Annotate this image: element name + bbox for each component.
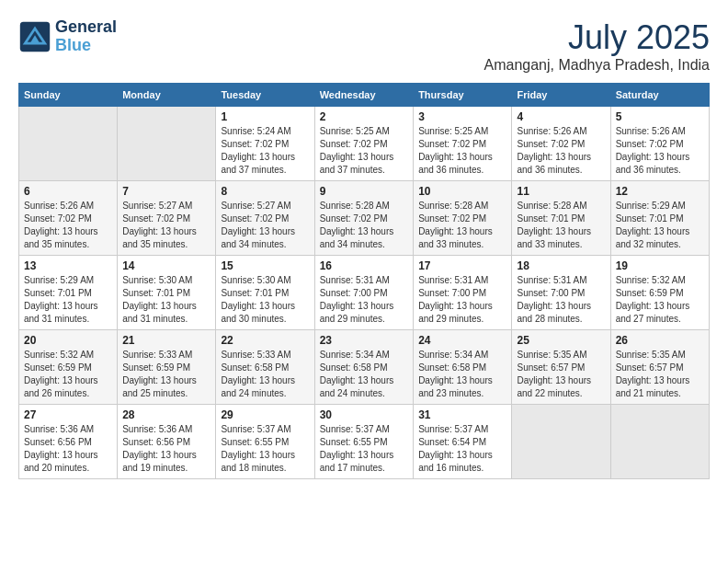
day-number: 21 — [122, 334, 210, 347]
day-info: Sunrise: 5:34 AMSunset: 6:58 PMDaylight:… — [418, 349, 506, 400]
day-info: Sunrise: 5:28 AMSunset: 7:02 PMDaylight:… — [320, 200, 408, 251]
day-number: 31 — [418, 408, 506, 421]
calendar-cell: 15Sunrise: 5:30 AMSunset: 7:01 PMDayligh… — [216, 256, 314, 330]
calendar-week-row: 20Sunrise: 5:32 AMSunset: 6:59 PMDayligh… — [19, 330, 710, 405]
day-number: 29 — [221, 408, 309, 421]
page-header: General Blue July 2025 Amanganj, Madhya … — [18, 18, 710, 74]
day-info: Sunrise: 5:37 AMSunset: 6:54 PMDaylight:… — [418, 423, 506, 475]
day-info: Sunrise: 5:26 AMSunset: 7:02 PMDaylight:… — [517, 125, 605, 177]
calendar-cell: 23Sunrise: 5:34 AMSunset: 6:58 PMDayligh… — [314, 330, 413, 405]
column-header-monday: Monday — [118, 84, 216, 107]
day-info: Sunrise: 5:37 AMSunset: 6:55 PMDaylight:… — [320, 423, 408, 475]
day-number: 30 — [320, 408, 408, 421]
day-number: 17 — [418, 259, 506, 272]
day-info: Sunrise: 5:28 AMSunset: 7:02 PMDaylight:… — [418, 200, 506, 251]
column-header-tuesday: Tuesday — [216, 84, 314, 107]
day-number: 20 — [24, 334, 112, 347]
day-info: Sunrise: 5:25 AMSunset: 7:02 PMDaylight:… — [418, 125, 506, 177]
calendar-table: SundayMondayTuesdayWednesdayThursdayFrid… — [18, 83, 710, 479]
day-number: 22 — [221, 334, 309, 347]
day-number: 11 — [517, 185, 605, 198]
calendar-cell: 11Sunrise: 5:28 AMSunset: 7:01 PMDayligh… — [512, 181, 610, 256]
logo: General Blue — [18, 18, 117, 55]
day-number: 26 — [616, 334, 704, 347]
logo-text: General Blue — [55, 18, 117, 55]
day-number: 8 — [221, 185, 309, 198]
day-info: Sunrise: 5:26 AMSunset: 7:02 PMDaylight:… — [616, 125, 704, 177]
day-number: 12 — [616, 185, 704, 198]
day-number: 23 — [320, 334, 408, 347]
calendar-cell: 19Sunrise: 5:32 AMSunset: 6:59 PMDayligh… — [610, 256, 709, 330]
day-info: Sunrise: 5:31 AMSunset: 7:00 PMDaylight:… — [517, 274, 605, 326]
calendar-cell: 6Sunrise: 5:26 AMSunset: 7:02 PMDaylight… — [19, 181, 118, 256]
calendar-cell: 1Sunrise: 5:24 AMSunset: 7:02 PMDaylight… — [216, 107, 314, 181]
day-info: Sunrise: 5:31 AMSunset: 7:00 PMDaylight:… — [418, 274, 506, 326]
calendar-cell: 9Sunrise: 5:28 AMSunset: 7:02 PMDaylight… — [314, 181, 413, 256]
day-info: Sunrise: 5:31 AMSunset: 7:00 PMDaylight:… — [320, 274, 408, 326]
day-info: Sunrise: 5:27 AMSunset: 7:02 PMDaylight:… — [221, 200, 309, 251]
day-info: Sunrise: 5:36 AMSunset: 6:56 PMDaylight:… — [122, 423, 210, 475]
title-block: July 2025 Amanganj, Madhya Pradesh, Indi… — [484, 18, 710, 74]
column-header-sunday: Sunday — [19, 84, 118, 107]
day-number: 3 — [418, 110, 506, 123]
column-header-thursday: Thursday — [414, 84, 512, 107]
calendar-week-row: 1Sunrise: 5:24 AMSunset: 7:02 PMDaylight… — [19, 107, 710, 181]
column-header-friday: Friday — [512, 84, 610, 107]
calendar-header-row: SundayMondayTuesdayWednesdayThursdayFrid… — [19, 84, 710, 107]
day-number: 10 — [418, 185, 506, 198]
day-info: Sunrise: 5:35 AMSunset: 6:57 PMDaylight:… — [616, 349, 704, 400]
day-info: Sunrise: 5:32 AMSunset: 6:59 PMDaylight:… — [616, 274, 704, 326]
calendar-cell: 3Sunrise: 5:25 AMSunset: 7:02 PMDaylight… — [414, 107, 512, 181]
column-header-saturday: Saturday — [610, 84, 709, 107]
day-number: 18 — [517, 259, 605, 272]
day-number: 15 — [221, 259, 309, 272]
calendar-cell: 22Sunrise: 5:33 AMSunset: 6:58 PMDayligh… — [216, 330, 314, 405]
calendar-cell: 4Sunrise: 5:26 AMSunset: 7:02 PMDaylight… — [512, 107, 610, 181]
calendar-cell: 12Sunrise: 5:29 AMSunset: 7:01 PMDayligh… — [610, 181, 709, 256]
calendar-cell — [512, 405, 610, 479]
day-info: Sunrise: 5:29 AMSunset: 7:01 PMDaylight:… — [24, 274, 112, 326]
calendar-cell: 5Sunrise: 5:26 AMSunset: 7:02 PMDaylight… — [610, 107, 709, 181]
calendar-cell: 14Sunrise: 5:30 AMSunset: 7:01 PMDayligh… — [118, 256, 216, 330]
calendar-cell — [118, 107, 216, 181]
calendar-cell: 2Sunrise: 5:25 AMSunset: 7:02 PMDaylight… — [314, 107, 413, 181]
day-number: 16 — [320, 259, 408, 272]
calendar-cell: 10Sunrise: 5:28 AMSunset: 7:02 PMDayligh… — [414, 181, 512, 256]
day-number: 24 — [418, 334, 506, 347]
day-number: 6 — [24, 185, 112, 198]
calendar-cell — [610, 405, 709, 479]
calendar-week-row: 13Sunrise: 5:29 AMSunset: 7:01 PMDayligh… — [19, 256, 710, 330]
calendar-cell: 29Sunrise: 5:37 AMSunset: 6:55 PMDayligh… — [216, 405, 314, 479]
day-info: Sunrise: 5:28 AMSunset: 7:01 PMDaylight:… — [517, 200, 605, 251]
day-number: 27 — [24, 408, 112, 421]
day-info: Sunrise: 5:36 AMSunset: 6:56 PMDaylight:… — [24, 423, 112, 475]
day-info: Sunrise: 5:24 AMSunset: 7:02 PMDaylight:… — [221, 125, 309, 177]
calendar-cell: 13Sunrise: 5:29 AMSunset: 7:01 PMDayligh… — [19, 256, 118, 330]
day-info: Sunrise: 5:33 AMSunset: 6:59 PMDaylight:… — [122, 349, 210, 400]
calendar-cell: 21Sunrise: 5:33 AMSunset: 6:59 PMDayligh… — [118, 330, 216, 405]
location-title: Amanganj, Madhya Pradesh, India — [484, 57, 710, 74]
calendar-body: 1Sunrise: 5:24 AMSunset: 7:02 PMDaylight… — [19, 107, 710, 479]
day-number: 28 — [122, 408, 210, 421]
day-number: 25 — [517, 334, 605, 347]
day-info: Sunrise: 5:30 AMSunset: 7:01 PMDaylight:… — [221, 274, 309, 326]
calendar-cell: 28Sunrise: 5:36 AMSunset: 6:56 PMDayligh… — [118, 405, 216, 479]
day-info: Sunrise: 5:35 AMSunset: 6:57 PMDaylight:… — [517, 349, 605, 400]
calendar-cell: 24Sunrise: 5:34 AMSunset: 6:58 PMDayligh… — [414, 330, 512, 405]
day-number: 7 — [122, 185, 210, 198]
day-info: Sunrise: 5:25 AMSunset: 7:02 PMDaylight:… — [320, 125, 408, 177]
calendar-cell: 8Sunrise: 5:27 AMSunset: 7:02 PMDaylight… — [216, 181, 314, 256]
calendar-week-row: 27Sunrise: 5:36 AMSunset: 6:56 PMDayligh… — [19, 405, 710, 479]
day-number: 1 — [221, 110, 309, 123]
calendar-week-row: 6Sunrise: 5:26 AMSunset: 7:02 PMDaylight… — [19, 181, 710, 256]
day-number: 14 — [122, 259, 210, 272]
calendar-cell: 17Sunrise: 5:31 AMSunset: 7:00 PMDayligh… — [414, 256, 512, 330]
logo-icon — [18, 20, 51, 53]
calendar-cell: 7Sunrise: 5:27 AMSunset: 7:02 PMDaylight… — [118, 181, 216, 256]
column-header-wednesday: Wednesday — [314, 84, 413, 107]
calendar-cell: 18Sunrise: 5:31 AMSunset: 7:00 PMDayligh… — [512, 256, 610, 330]
calendar-cell: 30Sunrise: 5:37 AMSunset: 6:55 PMDayligh… — [314, 405, 413, 479]
day-number: 19 — [616, 259, 704, 272]
day-info: Sunrise: 5:37 AMSunset: 6:55 PMDaylight:… — [221, 423, 309, 475]
calendar-cell: 25Sunrise: 5:35 AMSunset: 6:57 PMDayligh… — [512, 330, 610, 405]
